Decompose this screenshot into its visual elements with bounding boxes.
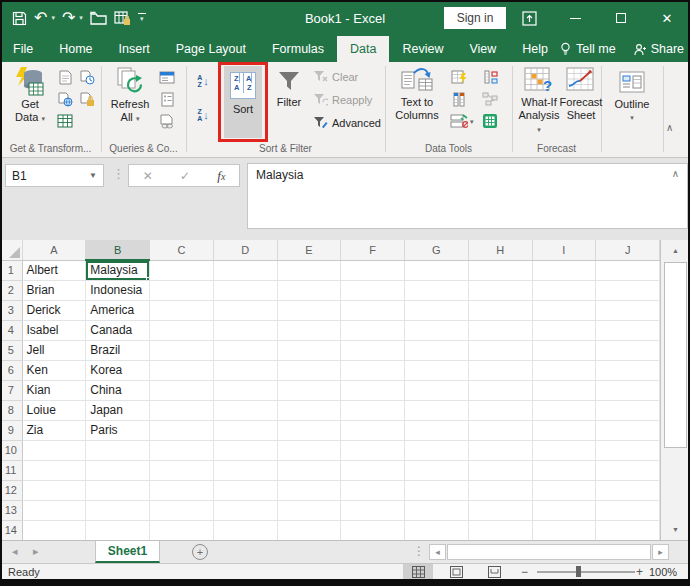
cell-C14[interactable]: [150, 520, 214, 540]
cell-A12[interactable]: [22, 480, 86, 500]
cell-C1[interactable]: [150, 260, 214, 280]
cell-C11[interactable]: [150, 460, 214, 480]
cell-J11[interactable]: [596, 460, 660, 480]
collapse-ribbon-icon[interactable]: ∧: [666, 122, 673, 133]
zoom-slider-track[interactable]: [537, 571, 635, 573]
tab-help[interactable]: Help: [509, 36, 561, 62]
ribbon-display-options-icon[interactable]: [506, 0, 552, 36]
cell-C12[interactable]: [150, 480, 214, 500]
tab-file[interactable]: File: [0, 36, 46, 62]
cell-G6[interactable]: [405, 360, 469, 380]
shared-workbook-icon[interactable]: [114, 11, 131, 26]
column-header-d[interactable]: D: [213, 240, 277, 260]
normal-view-button[interactable]: [403, 564, 433, 579]
cell-B14[interactable]: [86, 520, 150, 540]
group-label-queries[interactable]: Queries & Co...: [101, 143, 186, 154]
redo-dropdown-icon[interactable]: ▾: [79, 14, 83, 22]
what-if-analysis-button[interactable]: ? What-If Analysis ▾: [516, 66, 562, 136]
cell-H10[interactable]: [468, 440, 532, 460]
cell-A6[interactable]: Ken: [22, 360, 86, 380]
cell-A2[interactable]: Brian: [22, 280, 86, 300]
redo-icon[interactable]: ↷: [62, 10, 75, 26]
zoom-slider-handle[interactable]: [576, 566, 581, 577]
tab-review[interactable]: Review: [389, 36, 456, 62]
cell-H6[interactable]: [468, 360, 532, 380]
tab-insert[interactable]: Insert: [106, 36, 163, 62]
reapply-filter-button[interactable]: Reapply: [313, 93, 372, 106]
sign-in-button[interactable]: Sign in: [444, 7, 506, 29]
column-header-h[interactable]: H: [468, 240, 532, 260]
page-break-preview-button[interactable]: [479, 564, 509, 579]
tab-home[interactable]: Home: [46, 36, 105, 62]
text-to-columns-button[interactable]: Text to Columns: [390, 66, 444, 122]
name-box-dropdown-icon[interactable]: ▼: [89, 171, 97, 180]
group-label-forecast[interactable]: Forecast: [512, 143, 601, 154]
group-label-sort-filter[interactable]: Sort & Filter: [186, 143, 385, 154]
tab-data[interactable]: Data: [337, 36, 389, 62]
row-header-13[interactable]: 13: [0, 500, 22, 520]
from-web-icon[interactable]: [56, 90, 74, 108]
insert-function-icon[interactable]: fx: [217, 168, 225, 184]
cell-I12[interactable]: [532, 480, 596, 500]
cell-D3[interactable]: [213, 300, 277, 320]
cell-A7[interactable]: Kian: [22, 380, 86, 400]
row-header-7[interactable]: 7: [0, 380, 22, 400]
cell-B12[interactable]: [86, 480, 150, 500]
column-header-g[interactable]: G: [405, 240, 469, 260]
row-header-8[interactable]: 8: [0, 400, 22, 420]
relationships-icon[interactable]: [481, 90, 499, 108]
sort-ascending-button[interactable]: AZ↓: [190, 68, 216, 94]
get-data-button[interactable]: Get Data ▾: [6, 66, 54, 125]
cell-H4[interactable]: [468, 320, 532, 340]
cell-D6[interactable]: [213, 360, 277, 380]
cell-G10[interactable]: [405, 440, 469, 460]
vertical-scrollbar[interactable]: ▲ ▼: [660, 240, 690, 540]
cell-B2[interactable]: Indonesia: [86, 280, 150, 300]
collapse-formula-bar-icon[interactable]: ∧: [672, 168, 679, 179]
row-header-9[interactable]: 9: [0, 420, 22, 440]
cell-G11[interactable]: [405, 460, 469, 480]
cell-F6[interactable]: [341, 360, 405, 380]
fill-handle[interactable]: [146, 277, 150, 281]
row-header-1[interactable]: 1: [0, 260, 22, 280]
cell-A5[interactable]: Jell: [22, 340, 86, 360]
cell-B7[interactable]: China: [86, 380, 150, 400]
row-header-12[interactable]: 12: [0, 480, 22, 500]
page-layout-view-button[interactable]: [441, 564, 471, 579]
cell-E10[interactable]: [277, 440, 341, 460]
column-header-c[interactable]: C: [150, 240, 214, 260]
group-label-get-transform[interactable]: Get & Transform...: [0, 143, 101, 154]
scroll-up-icon[interactable]: ▲: [661, 240, 690, 260]
cell-C4[interactable]: [150, 320, 214, 340]
cell-F14[interactable]: [341, 520, 405, 540]
open-folder-icon[interactable]: [90, 11, 107, 25]
cell-H7[interactable]: [468, 380, 532, 400]
row-header-5[interactable]: 5: [0, 340, 22, 360]
cell-I3[interactable]: [532, 300, 596, 320]
cell-H5[interactable]: [468, 340, 532, 360]
clear-filter-button[interactable]: Clear: [313, 70, 358, 83]
cell-E2[interactable]: [277, 280, 341, 300]
cell-J5[interactable]: [596, 340, 660, 360]
cell-G8[interactable]: [405, 400, 469, 420]
cell-C9[interactable]: [150, 420, 214, 440]
cell-A9[interactable]: Zia: [22, 420, 86, 440]
cell-C10[interactable]: [150, 440, 214, 460]
cell-G7[interactable]: [405, 380, 469, 400]
from-table-icon[interactable]: [56, 112, 74, 130]
cell-H12[interactable]: [468, 480, 532, 500]
cell-A10[interactable]: [22, 440, 86, 460]
cell-H2[interactable]: [468, 280, 532, 300]
consolidate-icon[interactable]: [481, 68, 499, 86]
cell-D2[interactable]: [213, 280, 277, 300]
column-header-a[interactable]: A: [22, 240, 86, 260]
cell-J9[interactable]: [596, 420, 660, 440]
cell-C7[interactable]: [150, 380, 214, 400]
cell-B11[interactable]: [86, 460, 150, 480]
scroll-down-icon[interactable]: ▼: [661, 519, 690, 539]
group-label-data-tools[interactable]: Data Tools: [385, 143, 512, 154]
row-header-10[interactable]: 10: [0, 440, 22, 460]
cell-F13[interactable]: [341, 500, 405, 520]
cell-E8[interactable]: [277, 400, 341, 420]
sheet-nav-right-icon[interactable]: ▸: [33, 545, 39, 558]
